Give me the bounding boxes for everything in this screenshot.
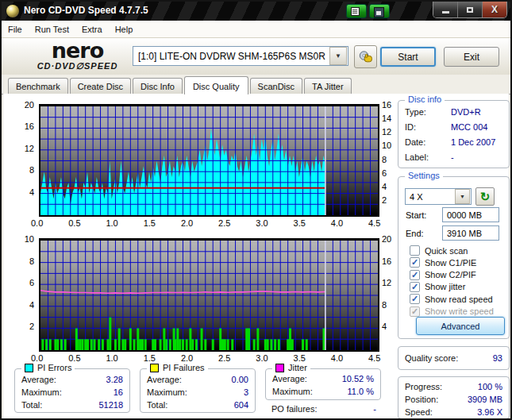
checkbox-label: Show C2/PIF <box>425 270 476 279</box>
po-failures-label: PO failures: <box>271 404 317 414</box>
pi-failures-total-label: Total: <box>147 400 167 410</box>
tab-disc-quality[interactable]: Disc Quality <box>184 76 248 94</box>
maximize-button[interactable] <box>458 2 483 17</box>
quality-score-value: 93 <box>493 353 502 363</box>
jitter-maximum-value: 11.0 % <box>348 387 374 396</box>
app-icon <box>6 5 19 17</box>
tab-create-disc[interactable]: Create Disc <box>70 78 131 94</box>
pi-failures-average-label: Average: <box>147 375 182 384</box>
jitter-legend-box: Jitter Average:10.52 % Maximum:11.0 % <box>265 368 381 400</box>
title-bar: Nero CD-DVD Speed 4.7.7.5 X <box>2 2 510 21</box>
disc-label-label: Label: <box>405 152 429 162</box>
x-axis-tick: 1.5 <box>144 353 161 363</box>
eject-icon <box>359 50 373 64</box>
pi-failures-swatch-icon <box>150 364 159 372</box>
save-icon <box>374 7 384 17</box>
checkbox-label: Quick scan <box>425 246 468 256</box>
y-axis-tick: 12 <box>13 144 34 153</box>
speed-select[interactable]: 4 X ▼ <box>405 188 472 205</box>
checkbox-icon[interactable]: ✓ <box>410 282 420 292</box>
disc-type-value: DVD+R <box>451 107 481 117</box>
x-axis-tick: 2.5 <box>218 218 236 228</box>
end-field[interactable]: 3910 MB <box>442 225 499 241</box>
x-axis-tick: 3.0 <box>256 218 273 228</box>
quality-score-label: Quality score: <box>405 353 458 363</box>
refresh-icon: ↻ <box>480 190 491 204</box>
refresh-button[interactable]: ↻ <box>475 187 495 206</box>
close-button[interactable]: X <box>483 2 506 17</box>
y-axis-tick: 6 <box>13 278 34 287</box>
chevron-down-icon[interactable]: ▼ <box>329 47 347 65</box>
exit-button[interactable]: Exit <box>444 47 499 67</box>
pi-failures-legend-box: PI Failures Average:0.00 Maximum:3 Total… <box>140 368 256 413</box>
chevron-down-icon[interactable]: ▼ <box>455 189 470 204</box>
drive-select[interactable]: [1:0] LITE-ON DVDRW SHM-165P6S MS0R ▼ <box>133 46 348 66</box>
menu-file[interactable]: File <box>2 22 29 37</box>
report-button[interactable] <box>346 4 367 18</box>
pi-errors-swatch-icon <box>25 364 33 372</box>
tab-scandisc[interactable]: ScanDisc <box>250 78 302 94</box>
disc-id-label: ID: <box>405 122 416 132</box>
settings-box: Settings 4 X ▼ ↻ Start: 0000 MB End: 391… <box>398 176 510 339</box>
po-failures-value: - <box>373 404 376 414</box>
disc-label-value: - <box>451 152 454 162</box>
checkbox-icon[interactable]: ✓ <box>410 270 420 280</box>
checkbox-show-read-speed[interactable]: ✓Show read speed <box>410 294 493 304</box>
jitter-average-value: 10.52 % <box>342 374 374 383</box>
x-axis-tick: 4.0 <box>331 218 348 228</box>
x-axis-tick: 3.0 <box>256 353 273 363</box>
pi-errors-legend-title: PI Errors <box>21 363 75 372</box>
pi-failures-average-value: 0.00 <box>232 375 248 384</box>
x-axis-tick: 1.0 <box>106 353 123 363</box>
menu-help[interactable]: Help <box>109 22 140 37</box>
pi-failures-chart <box>39 238 379 352</box>
tab-disc-info[interactable]: Disc Info <box>133 78 183 94</box>
checkbox-show-jitter[interactable]: ✓Show jitter <box>410 282 465 292</box>
checkbox-show-c2-pif[interactable]: ✓Show C2/PIF <box>410 270 476 280</box>
checkbox-show-c1-pie[interactable]: ✓Show C1/PIE <box>410 257 476 268</box>
checkbox-icon[interactable] <box>410 245 420 256</box>
checkbox-label: Show jitter <box>425 282 465 291</box>
pi-errors-average-label: Average: <box>21 375 56 384</box>
start-button[interactable]: Start <box>380 47 436 67</box>
po-failures-row: PO failures: - <box>271 404 376 414</box>
nero-logo-text: nero <box>24 40 131 61</box>
tab-ta-jitter[interactable]: TA Jitter <box>304 78 352 94</box>
y-axis-tick: 4 <box>13 187 34 197</box>
x-axis-tick: 2.0 <box>181 218 198 228</box>
position-value: 3909 MB <box>468 395 502 404</box>
checkbox-label: Show write speed <box>425 306 494 316</box>
window-title: Nero CD-DVD Speed 4.7.7.5 <box>24 5 148 16</box>
progress-box: Progress:100 % Position:3909 MB Speed:3.… <box>398 376 510 419</box>
y-axis-tick: 4 <box>13 300 34 310</box>
checkbox-icon: ✓ <box>410 306 420 317</box>
menu-bar: File Run Test Extra Help <box>2 21 510 38</box>
menu-run-test[interactable]: Run Test <box>29 22 75 37</box>
checkbox-icon[interactable]: ✓ <box>410 257 420 268</box>
disc-type-label: Type: <box>405 107 426 117</box>
drive-select-value: [1:0] LITE-ON DVDRW SHM-165P6S MS0R <box>133 51 329 62</box>
checkbox-icon[interactable]: ✓ <box>410 294 420 304</box>
disc-date-label: Date: <box>405 137 425 147</box>
settings-title: Settings <box>405 171 443 180</box>
save-button[interactable] <box>369 4 390 18</box>
speed-label: Speed: <box>405 407 433 417</box>
quality-score-box: Quality score:93 <box>398 346 510 370</box>
x-axis-tick: 2.5 <box>218 353 236 363</box>
menu-extra[interactable]: Extra <box>75 22 109 37</box>
tab-strip: BenchmarkCreate DiscDisc InfoDisc Qualit… <box>2 75 510 94</box>
x-axis-tick: 1.0 <box>106 218 123 228</box>
progress-value: 100 % <box>478 382 502 391</box>
advanced-button[interactable]: Advanced <box>416 317 505 335</box>
disc-date-value: 1 Dec 2007 <box>451 137 495 147</box>
x-axis-tick: 0.0 <box>31 353 48 363</box>
tab-benchmark[interactable]: Benchmark <box>8 78 68 94</box>
pi-errors-average-value: 3.28 <box>106 375 123 384</box>
eject-button[interactable] <box>354 45 377 68</box>
cdspeed-logo-text: CD·DVD∅SPEED <box>24 62 131 71</box>
disc-info-box: Disc info Type:DVD+R ID:MCC 004 Date:1 D… <box>398 100 510 168</box>
checkbox-quick-scan[interactable]: Quick scan <box>410 245 468 256</box>
start-field[interactable]: 0000 MB <box>442 207 499 222</box>
x-axis-tick: 4.5 <box>368 218 386 228</box>
minimize-button[interactable] <box>433 2 458 17</box>
